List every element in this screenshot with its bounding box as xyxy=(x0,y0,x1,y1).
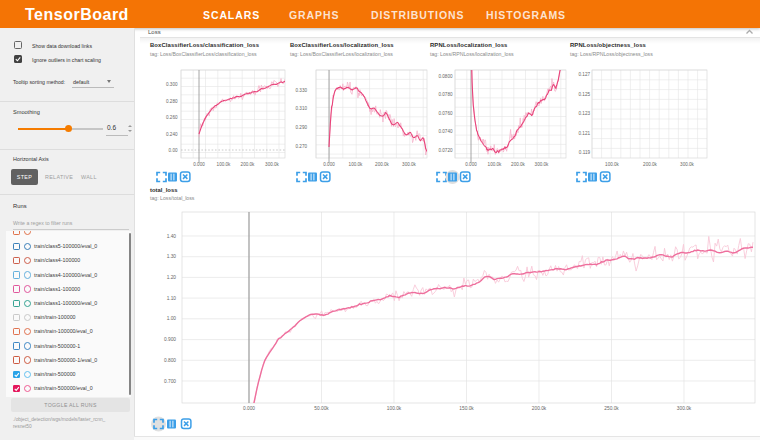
svg-text:1.10: 1.10 xyxy=(167,296,177,301)
svg-text:100.0k: 100.0k xyxy=(605,162,619,167)
svg-text:200.0k: 200.0k xyxy=(375,162,389,167)
svg-text:0.240: 0.240 xyxy=(166,132,178,137)
svg-text:300.0k: 300.0k xyxy=(680,162,694,167)
svg-text:0.127: 0.127 xyxy=(579,72,591,77)
svg-text:0.0760: 0.0760 xyxy=(438,111,452,116)
svg-text:100.0k: 100.0k xyxy=(488,162,502,167)
svg-text:100.0k: 100.0k xyxy=(349,162,363,167)
svg-text:0.270: 0.270 xyxy=(296,144,308,149)
svg-text:150.0k: 150.0k xyxy=(459,406,474,411)
svg-text:0.280: 0.280 xyxy=(166,99,178,104)
svg-text:300.0k: 300.0k xyxy=(402,162,416,167)
svg-text:1.30: 1.30 xyxy=(167,254,177,259)
svg-text:200.0k: 200.0k xyxy=(241,162,255,167)
svg-text:0.000: 0.000 xyxy=(243,406,255,411)
svg-text:0.0720: 0.0720 xyxy=(438,148,452,153)
svg-text:0.0800: 0.0800 xyxy=(438,74,452,79)
svg-text:200.0k: 200.0k xyxy=(532,406,547,411)
svg-text:0.900: 0.900 xyxy=(164,337,176,342)
svg-text:0.310: 0.310 xyxy=(296,106,308,111)
svg-text:50.00k: 50.00k xyxy=(314,406,329,411)
svg-text:300.0k: 300.0k xyxy=(535,162,549,167)
svg-text:1.20: 1.20 xyxy=(167,275,177,280)
svg-text:0.121: 0.121 xyxy=(579,131,591,136)
svg-text:200.0k: 200.0k xyxy=(511,162,525,167)
svg-text:0.800: 0.800 xyxy=(164,358,176,363)
svg-text:0.0740: 0.0740 xyxy=(438,129,452,134)
svg-text:200.0k: 200.0k xyxy=(643,162,657,167)
svg-text:100.0k: 100.0k xyxy=(217,162,231,167)
svg-text:100.0k: 100.0k xyxy=(387,406,402,411)
svg-text:300.0k: 300.0k xyxy=(677,406,692,411)
svg-text:0.123: 0.123 xyxy=(579,111,591,116)
svg-text:1.40: 1.40 xyxy=(167,234,177,239)
svg-text:300.0k: 300.0k xyxy=(265,162,279,167)
svg-text:0.00: 0.00 xyxy=(169,148,178,153)
svg-text:0.119: 0.119 xyxy=(579,150,591,155)
svg-text:0.260: 0.260 xyxy=(166,115,178,120)
svg-text:1.00: 1.00 xyxy=(167,316,177,321)
svg-text:0.290: 0.290 xyxy=(296,125,308,130)
svg-text:0.125: 0.125 xyxy=(579,92,591,97)
svg-text:0.300: 0.300 xyxy=(166,82,178,87)
svg-text:250.0k: 250.0k xyxy=(604,406,619,411)
svg-text:0.0780: 0.0780 xyxy=(438,92,452,97)
svg-text:0.330: 0.330 xyxy=(296,88,308,93)
svg-text:0.700: 0.700 xyxy=(164,379,176,384)
